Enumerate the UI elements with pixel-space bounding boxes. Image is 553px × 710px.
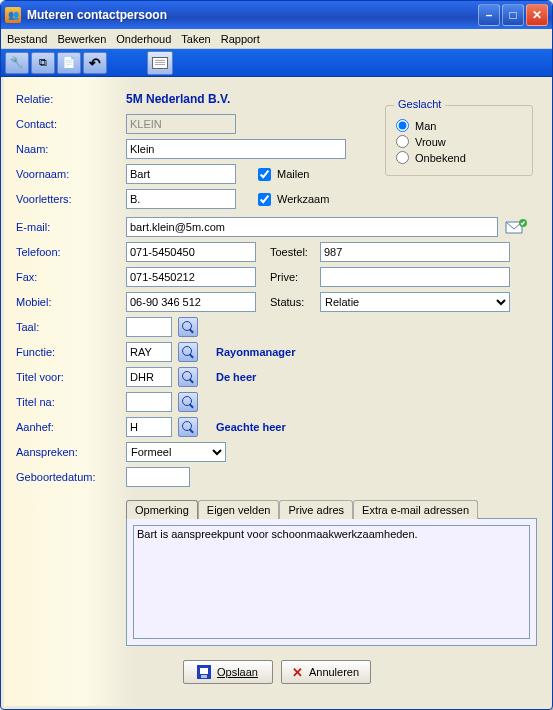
company-name: 5M Nederland B.V. (126, 92, 230, 106)
language-input[interactable] (126, 317, 172, 337)
function-input[interactable] (126, 342, 172, 362)
name-input[interactable] (126, 139, 346, 159)
window-title: Muteren contactpersoon (27, 8, 478, 22)
save-icon (197, 665, 211, 679)
tab-custom-fields[interactable]: Eigen velden (198, 500, 280, 519)
label-status: Status: (270, 296, 320, 308)
fax-input[interactable] (126, 267, 256, 287)
language-lookup-button[interactable] (178, 317, 198, 337)
save-button-label: Opslaan (217, 666, 258, 678)
menu-file[interactable]: Bestand (7, 33, 47, 45)
label-email: E-mail: (16, 221, 126, 233)
tool-paste-button[interactable]: 📄 (57, 52, 81, 74)
gender-legend: Geslacht (394, 98, 445, 110)
gender-male-label[interactable]: Man (396, 119, 522, 132)
save-button[interactable]: Opslaan (183, 660, 273, 684)
phone-input[interactable] (126, 242, 256, 262)
titlebefore-desc: De heer (216, 371, 256, 383)
gender-fieldset: Geslacht Man Vrouw Onbekend (385, 105, 533, 176)
label-firstname: Voornaam: (16, 168, 126, 180)
minimize-button[interactable]: － (478, 4, 500, 26)
private-input[interactable] (320, 267, 510, 287)
titlebefore-lookup-button[interactable] (178, 367, 198, 387)
tab-extra-emails[interactable]: Extra e-mail adressen (353, 500, 478, 519)
titleafter-input[interactable] (126, 392, 172, 412)
menu-report[interactable]: Rapport (221, 33, 260, 45)
label-address-as: Aanspreken: (16, 446, 126, 458)
email-input[interactable] (126, 217, 498, 237)
search-icon (182, 346, 194, 358)
gender-unknown-label[interactable]: Onbekend (396, 151, 522, 164)
app-icon: 👥 (5, 7, 21, 23)
search-icon (182, 321, 194, 333)
tool-undo-button[interactable]: ↶ (83, 52, 107, 74)
menu-tasks[interactable]: Taken (181, 33, 210, 45)
label-phone: Telefoon: (16, 246, 126, 258)
cancel-button-label: Annuleren (309, 666, 359, 678)
search-icon (182, 371, 194, 383)
salutation-lookup-button[interactable] (178, 417, 198, 437)
label-private: Prive: (270, 271, 320, 283)
label-name: Naam: (16, 143, 126, 155)
label-function: Functie: (16, 346, 126, 358)
tab-bar: Opmerking Eigen velden Prive adres Extra… (126, 499, 537, 518)
content: Relatie: 5M Nederland B.V. Contact: Naam… (4, 77, 549, 706)
send-mail-icon[interactable] (504, 218, 528, 236)
menu-maint[interactable]: Onderhoud (116, 33, 171, 45)
extension-input[interactable] (320, 242, 510, 262)
cancel-button[interactable]: ✕ Annuleren (281, 660, 371, 684)
mailing-checkbox-label[interactable]: Mailen (258, 168, 309, 181)
label-mobile: Mobiel: (16, 296, 126, 308)
close-button[interactable]: ✕ (526, 4, 548, 26)
gender-female-label[interactable]: Vrouw (396, 135, 522, 148)
birthdate-input[interactable] (126, 467, 190, 487)
tab-private-address[interactable]: Prive adres (279, 500, 353, 519)
label-titleafter: Titel na: (16, 396, 126, 408)
tool-copy-button[interactable]: ⧉ (31, 52, 55, 74)
label-extension: Toestel: (270, 246, 320, 258)
initials-input[interactable] (126, 189, 236, 209)
active-checkbox[interactable] (258, 193, 271, 206)
firstname-input[interactable] (126, 164, 236, 184)
mobile-input[interactable] (126, 292, 256, 312)
label-salutation: Aanhef: (16, 421, 126, 433)
remarks-textarea[interactable]: Bart is aanspreekpunt voor schoonmaakwer… (133, 525, 530, 639)
cancel-icon: ✕ (292, 665, 303, 680)
tab-body: Bart is aanspreekpunt voor schoonmaakwer… (126, 518, 537, 646)
label-initials: Voorletters: (16, 193, 126, 205)
gender-female-radio[interactable] (396, 135, 409, 148)
tool-key-button[interactable]: 🔧 (5, 52, 29, 74)
status-select[interactable]: Relatie (320, 292, 510, 312)
mailing-checkbox[interactable] (258, 168, 271, 181)
gender-unknown-radio[interactable] (396, 151, 409, 164)
function-lookup-button[interactable] (178, 342, 198, 362)
salutation-input[interactable] (126, 417, 172, 437)
gender-male-radio[interactable] (396, 119, 409, 132)
toolbar: 🔧 ⧉ 📄 ↶ (1, 49, 552, 77)
label-titlebefore: Titel voor: (16, 371, 126, 383)
salutation-desc: Geachte heer (216, 421, 286, 433)
menu-edit[interactable]: Bewerken (57, 33, 106, 45)
window: 👥 Muteren contactpersoon － □ ✕ Bestand B… (0, 0, 553, 710)
label-relation: Relatie: (16, 93, 126, 105)
contact-field (126, 114, 236, 134)
label-contact: Contact: (16, 118, 126, 130)
address-as-select[interactable]: Formeel (126, 442, 226, 462)
search-icon (182, 421, 194, 433)
menubar: Bestand Bewerken Onderhoud Taken Rapport (1, 29, 552, 49)
label-fax: Fax: (16, 271, 126, 283)
search-icon (182, 396, 194, 408)
tool-notes-button[interactable] (147, 51, 173, 75)
titlebar: 👥 Muteren contactpersoon － □ ✕ (1, 1, 552, 29)
notes-icon (152, 57, 168, 69)
tab-remarks[interactable]: Opmerking (126, 500, 198, 519)
function-desc: Rayonmanager (216, 346, 295, 358)
titlebefore-input[interactable] (126, 367, 172, 387)
label-language: Taal: (16, 321, 126, 333)
label-birthdate: Geboortedatum: (16, 471, 126, 483)
maximize-button[interactable]: □ (502, 4, 524, 26)
active-checkbox-label[interactable]: Werkzaam (258, 193, 329, 206)
titleafter-lookup-button[interactable] (178, 392, 198, 412)
